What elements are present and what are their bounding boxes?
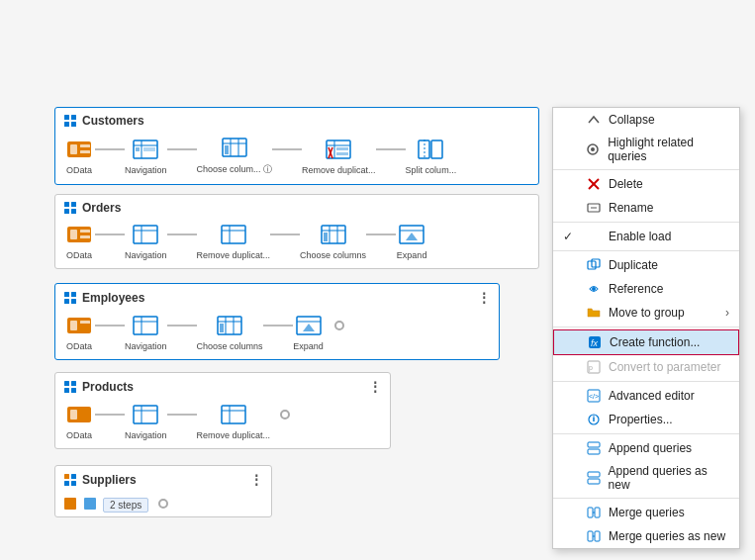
svg-rect-6 [80, 144, 90, 147]
suppliers-badge: 2 steps [103, 498, 148, 513]
orders-card: Orders OData Navigation Remove duplicat.… [54, 194, 539, 269]
menu-appendqueries[interactable]: Append queries [553, 436, 739, 460]
step-expand3: Expand [293, 312, 325, 351]
svg-rect-82 [64, 481, 69, 486]
duplicate-icon [586, 257, 602, 273]
svg-rect-35 [80, 235, 90, 238]
menu-properties-label: Properties... [609, 413, 673, 426]
svg-rect-12 [143, 147, 155, 151]
svg-rect-109 [595, 508, 600, 517]
customers-header: Customers [63, 114, 530, 128]
arrow [272, 148, 302, 150]
svg-text:</>: </> [589, 393, 599, 400]
products-steps: OData Navigation Remove duplicat... [63, 401, 382, 440]
products-dots[interactable]: ⋮ [368, 379, 382, 395]
svg-rect-111 [588, 531, 593, 541]
employees-dots[interactable]: ⋮ [477, 290, 491, 306]
arrow [376, 148, 406, 150]
employees-steps: OData Navigation Choose columns Expand [63, 312, 491, 351]
arrow [167, 148, 197, 150]
menu-delete[interactable]: Delete [553, 172, 739, 196]
svg-rect-68 [64, 381, 69, 386]
navigation-icon [130, 136, 161, 163]
svg-rect-80 [64, 474, 69, 479]
suppliers-header: Suppliers ⋮ [63, 472, 263, 488]
suppliers-table-icon [63, 473, 77, 487]
svg-rect-77 [222, 406, 245, 423]
sep5 [553, 381, 739, 382]
canvas: Customers OData Navigation [0, 0, 755, 560]
sep2 [553, 222, 739, 223]
step-remdup2: Remove duplicat... [197, 221, 271, 260]
menu-appendnew[interactable]: Append queries as new [553, 460, 739, 496]
svg-rect-1 [71, 115, 76, 120]
menu-highlight[interactable]: Highlight related queries [553, 132, 739, 167]
table-param-icon: p [586, 359, 602, 375]
employees-title: Employees [82, 291, 144, 305]
svg-rect-26 [431, 140, 442, 158]
folder-icon [586, 305, 602, 321]
svg-rect-85 [84, 498, 96, 510]
sep6 [553, 433, 739, 434]
menu-createfunction-label: Create function... [610, 335, 700, 349]
svg-rect-34 [80, 230, 90, 233]
menu-mergenew[interactable]: Merge queries as new [553, 524, 739, 548]
menu-collapse-label: Collapse [609, 113, 655, 127]
menu-rename[interactable]: Rename [553, 196, 739, 220]
employees-table-icon [63, 291, 77, 305]
menu-collapse[interactable]: Collapse [553, 108, 739, 132]
menu-mergequeries[interactable]: Merge queries [553, 501, 739, 524]
properties-icon [586, 412, 602, 427]
menu-properties[interactable]: Properties... [553, 408, 739, 431]
svg-rect-56 [80, 321, 90, 324]
svg-point-87 [591, 147, 595, 151]
choose-columns-icon [219, 134, 250, 161]
svg-rect-83 [71, 481, 76, 486]
menu-duplicate-label: Duplicate [609, 258, 658, 272]
menu-enableload-label: Enable load [609, 230, 671, 243]
menu-convertparam: p Convert to parameter [553, 355, 739, 379]
enableload-icon [586, 229, 602, 244]
suppliers-title: Suppliers [82, 473, 137, 487]
orders-header: Orders [63, 201, 530, 215]
orders-title: Orders [82, 201, 121, 215]
menu-movetogroup[interactable]: Move to group › [553, 301, 739, 325]
svg-rect-73 [70, 410, 77, 420]
orders-steps: OData Navigation Remove duplicat... Choo… [63, 221, 530, 260]
svg-rect-50 [64, 292, 69, 297]
svg-rect-33 [70, 230, 77, 239]
customers-card: Customers OData Navigation [54, 107, 539, 185]
menu-enableload[interactable]: ✓ Enable load [553, 225, 739, 248]
arrow [95, 148, 125, 150]
menu-createfunction[interactable]: fx Create function... [553, 329, 739, 355]
menu-delete-label: Delete [609, 177, 643, 191]
menu-appendnew-label: Append queries as new [609, 464, 729, 492]
step-nav4: Navigation [125, 401, 167, 440]
svg-point-94 [592, 287, 596, 291]
step-odata4: OData [63, 401, 95, 440]
svg-rect-46 [324, 233, 328, 241]
menu-advancededitor[interactable]: </> Advanced editor [553, 384, 739, 408]
sep4 [553, 327, 739, 327]
svg-rect-108 [588, 508, 593, 517]
svg-rect-0 [64, 115, 69, 120]
svg-rect-31 [71, 209, 76, 214]
step-nav3: Navigation [125, 312, 167, 351]
suppliers-dots[interactable]: ⋮ [249, 472, 263, 488]
svg-rect-74 [134, 406, 157, 423]
svg-rect-81 [71, 474, 76, 479]
menu-movetogroup-label: Move to group [609, 306, 685, 320]
svg-rect-84 [64, 498, 76, 510]
svg-rect-28 [64, 202, 69, 207]
split-label: Split colum... [406, 165, 457, 175]
suppliers-icon2 [83, 497, 97, 511]
step-expand2: Expand [396, 221, 427, 260]
menu-reference[interactable]: Reference [553, 277, 739, 301]
step-choose2: Choose columns [300, 221, 366, 260]
svg-rect-71 [71, 388, 76, 393]
menu-convertparam-label: Convert to parameter [609, 360, 720, 374]
svg-rect-70 [64, 388, 69, 393]
menu-mergenew-label: Merge queries as new [609, 529, 725, 543]
svg-rect-104 [588, 442, 600, 447]
menu-duplicate[interactable]: Duplicate [553, 253, 739, 277]
